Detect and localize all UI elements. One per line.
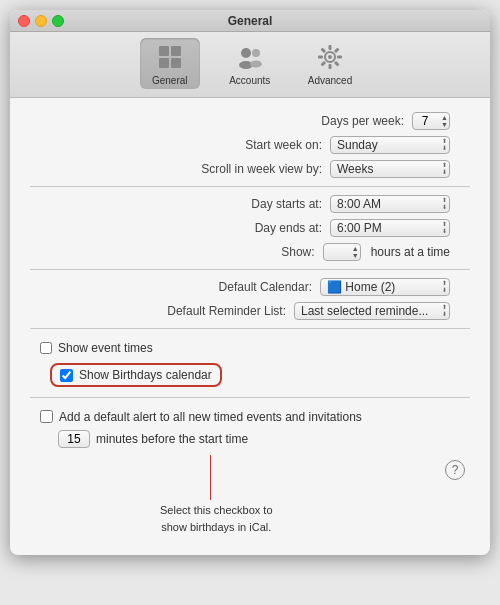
svg-rect-3 bbox=[171, 58, 181, 68]
scroll-week-select-wrapper: Weeks Days bbox=[330, 160, 450, 178]
svg-rect-14 bbox=[328, 64, 331, 69]
default-calendar-row: Default Calendar: 🟦 Home (2) bbox=[30, 278, 470, 296]
show-birthdays-highlighted: Show Birthdays calendar bbox=[40, 361, 460, 389]
default-reminder-control: Last selected reminde... bbox=[294, 302, 450, 320]
day-ends-label: Day ends at: bbox=[255, 221, 322, 235]
svg-rect-13 bbox=[334, 61, 340, 67]
annotation-container: Select this checkbox toshow birthdays in… bbox=[160, 455, 273, 535]
show-birthdays-group: Show Birthdays calendar bbox=[50, 363, 222, 387]
default-reminder-select-wrapper: Last selected reminde... bbox=[294, 302, 450, 320]
show-label: Show: bbox=[281, 245, 314, 259]
start-week-select-wrapper: Sunday Monday bbox=[330, 136, 450, 154]
svg-rect-10 bbox=[328, 45, 331, 50]
default-calendar-select-wrapper: 🟦 Home (2) bbox=[320, 278, 450, 296]
tab-general[interactable]: General bbox=[140, 38, 200, 89]
days-per-week-row: Days per week: 7 ▲ ▼ bbox=[30, 112, 470, 130]
svg-point-4 bbox=[241, 48, 251, 58]
hours-at-a-time-text: hours at a time bbox=[371, 245, 450, 259]
minutes-label: minutes before the start time bbox=[96, 432, 248, 446]
hours-down-arrow[interactable]: ▼ bbox=[352, 252, 359, 259]
show-event-times-checkbox[interactable] bbox=[40, 342, 52, 354]
divider-1 bbox=[30, 186, 470, 187]
start-week-row: Start week on: Sunday Monday bbox=[30, 136, 470, 154]
minutes-before-row: 15 minutes before the start time bbox=[30, 428, 470, 450]
day-starts-select-wrapper: 8:00 AM 9:00 AM bbox=[330, 195, 450, 213]
scroll-week-select[interactable]: Weeks Days bbox=[330, 160, 450, 178]
hours-up-arrow[interactable]: ▲ bbox=[352, 245, 359, 252]
tab-accounts[interactable]: Accounts bbox=[220, 38, 280, 89]
toolbar: General Accounts bbox=[10, 32, 490, 98]
svg-rect-16 bbox=[318, 56, 323, 59]
window-title: General bbox=[228, 14, 273, 28]
default-calendar-label: Default Calendar: bbox=[219, 280, 312, 294]
divider-4 bbox=[30, 397, 470, 398]
tab-general-label: General bbox=[152, 75, 188, 86]
divider-3 bbox=[30, 328, 470, 329]
svg-rect-17 bbox=[320, 47, 326, 53]
titlebar: General bbox=[10, 10, 490, 32]
start-week-control: Sunday Monday bbox=[330, 136, 450, 154]
show-hours-row: Show: 12 ▲ ▼ hours at a time bbox=[30, 243, 470, 261]
start-week-label: Start week on: bbox=[245, 138, 322, 152]
day-ends-select-wrapper: 6:00 PM 7:00 PM bbox=[330, 219, 450, 237]
days-up-arrow[interactable]: ▲ bbox=[441, 114, 448, 121]
help-button[interactable]: ? bbox=[445, 460, 465, 480]
day-starts-label: Day starts at: bbox=[251, 197, 322, 211]
divider-2 bbox=[30, 269, 470, 270]
show-event-times-label[interactable]: Show event times bbox=[58, 341, 153, 355]
scroll-week-label: Scroll in week view by: bbox=[201, 162, 322, 176]
advanced-icon bbox=[314, 41, 346, 73]
days-per-week-control: 7 ▲ ▼ bbox=[412, 112, 450, 130]
day-ends-control: 6:00 PM 7:00 PM bbox=[330, 219, 450, 237]
svg-rect-1 bbox=[171, 46, 181, 56]
svg-rect-11 bbox=[334, 47, 340, 53]
tab-advanced[interactable]: Advanced bbox=[300, 38, 360, 89]
minimize-button[interactable] bbox=[35, 15, 47, 27]
days-per-week-label: Days per week: bbox=[321, 114, 404, 128]
day-starts-row: Day starts at: 8:00 AM 9:00 AM bbox=[30, 195, 470, 213]
general-icon bbox=[154, 41, 186, 73]
days-down-arrow[interactable]: ▼ bbox=[441, 121, 448, 128]
default-reminder-row: Default Reminder List: Last selected rem… bbox=[30, 302, 470, 320]
svg-point-6 bbox=[252, 49, 260, 57]
svg-rect-15 bbox=[320, 61, 326, 67]
show-birthdays-label[interactable]: Show Birthdays calendar bbox=[79, 368, 212, 382]
day-starts-select[interactable]: 8:00 AM 9:00 AM bbox=[330, 195, 450, 213]
add-default-alert-label[interactable]: Add a default alert to all new timed eve… bbox=[59, 410, 362, 424]
close-button[interactable] bbox=[18, 15, 30, 27]
content-area: Days per week: 7 ▲ ▼ Start week on: Sund… bbox=[10, 98, 490, 555]
default-calendar-select[interactable]: 🟦 Home (2) bbox=[320, 278, 450, 296]
add-default-alert-group: Add a default alert to all new timed eve… bbox=[30, 406, 470, 428]
accounts-icon bbox=[234, 41, 266, 73]
svg-rect-2 bbox=[159, 58, 169, 68]
show-event-times-group: Show event times bbox=[30, 337, 470, 359]
preferences-window: General General bbox=[10, 10, 490, 555]
day-ends-select[interactable]: 6:00 PM 7:00 PM bbox=[330, 219, 450, 237]
svg-point-7 bbox=[250, 61, 262, 68]
maximize-button[interactable] bbox=[52, 15, 64, 27]
scroll-week-control: Weeks Days bbox=[330, 160, 450, 178]
hours-stepper[interactable]: 12 ▲ ▼ bbox=[323, 243, 361, 261]
add-default-alert-checkbox[interactable] bbox=[40, 410, 53, 423]
annotation-line bbox=[210, 455, 211, 500]
svg-point-9 bbox=[328, 55, 332, 59]
default-reminder-select[interactable]: Last selected reminde... bbox=[294, 302, 450, 320]
default-calendar-control: 🟦 Home (2) bbox=[320, 278, 450, 296]
day-ends-row: Day ends at: 6:00 PM 7:00 PM bbox=[30, 219, 470, 237]
svg-rect-12 bbox=[337, 56, 342, 59]
scroll-week-row: Scroll in week view by: Weeks Days bbox=[30, 160, 470, 178]
annotation-text: Select this checkbox toshow birthdays in… bbox=[160, 502, 273, 535]
show-hours-control: 12 ▲ ▼ hours at a time bbox=[323, 243, 450, 261]
tab-accounts-label: Accounts bbox=[229, 75, 270, 86]
show-birthdays-checkbox[interactable] bbox=[60, 369, 73, 382]
days-stepper[interactable]: 7 ▲ ▼ bbox=[412, 112, 450, 130]
svg-rect-0 bbox=[159, 46, 169, 56]
minutes-input[interactable]: 15 bbox=[58, 430, 90, 448]
tab-advanced-label: Advanced bbox=[308, 75, 352, 86]
day-starts-control: 8:00 AM 9:00 AM bbox=[330, 195, 450, 213]
default-reminder-label: Default Reminder List: bbox=[167, 304, 286, 318]
traffic-lights bbox=[18, 15, 64, 27]
start-week-select[interactable]: Sunday Monday bbox=[330, 136, 450, 154]
